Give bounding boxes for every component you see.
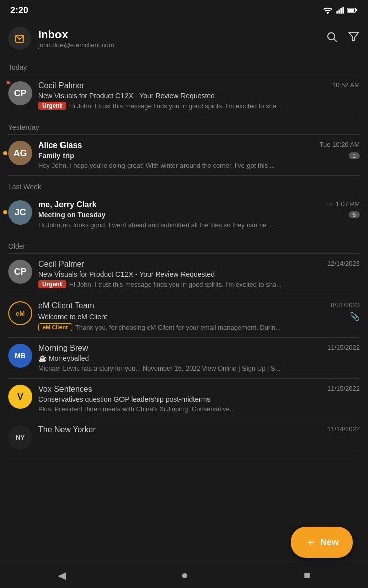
email-content: Vox Sentences11/15/2022Conservatives que…	[38, 385, 360, 413]
avatar: NY	[8, 425, 32, 450]
status-icons	[323, 6, 358, 14]
email-subject-row: Meeting on Tuesday5	[38, 211, 360, 219]
new-email-fab[interactable]: ＋ New	[291, 527, 353, 558]
battery-icon	[347, 7, 358, 14]
svg-rect-3	[340, 8, 342, 14]
email-top-row: Vox Sentences11/15/2022	[38, 385, 360, 394]
email-subject: New Visuals for Product C12X - Your Revi…	[38, 270, 215, 278]
avatar: AG	[8, 141, 32, 165]
email-time: Tue 10:20 AM	[320, 141, 360, 149]
email-top-row: Cecil Palmer12/14/2023	[38, 260, 360, 269]
email-subject-row: Family trip2	[38, 152, 360, 160]
section-label: Older	[0, 235, 368, 253]
email-sender: The New Yorker	[38, 425, 96, 434]
section-older: Older	[0, 235, 368, 254]
email-preview: Hi John, I trust this message finds you …	[69, 102, 282, 110]
email-time: 12/14/2023	[327, 260, 360, 267]
flag-icon: ⚑	[5, 79, 12, 87]
email-preview-row: Hi John,no, looks good, I went ahead and…	[38, 221, 360, 229]
email-item[interactable]: AGAlice GlassTue 10:20 AMFamily trip2Hey…	[0, 135, 368, 175]
attachment-icon: 📎	[350, 312, 360, 321]
svg-rect-8	[12, 31, 27, 46]
email-top-row: eM Client Team8/31/2023	[38, 301, 360, 310]
email-list: Today⚑CPCecil Palmer10:52 AMNew Visuals …	[0, 56, 368, 456]
svg-marker-12	[349, 33, 358, 41]
email-content: Morning Brew11/15/2022☕ MoneyballedMicha…	[38, 344, 360, 372]
email-item[interactable]: NYThe New Yorker11/14/2022	[0, 419, 368, 456]
avatar: V	[8, 385, 32, 409]
header-text: Inbox john.doe@e.emclient.com	[38, 28, 319, 49]
email-item[interactable]: CPCecil Palmer12/14/2023New Visuals for …	[0, 254, 368, 295]
email-preview: Hey John, I hope you're doing great! Wit…	[38, 162, 275, 169]
email-sender: Cecil Palmer	[38, 260, 84, 269]
signal-icon	[336, 6, 344, 14]
email-top-row: Cecil Palmer10:52 AM	[38, 81, 360, 90]
svg-line-11	[334, 39, 337, 42]
avatar: eM	[8, 301, 32, 325]
email-preview: Hi John,no, looks good, I went ahead and…	[38, 221, 274, 229]
email-sender: Morning Brew	[38, 344, 88, 353]
app-header: Inbox john.doe@e.emclient.com	[0, 20, 368, 56]
email-sender: Cecil Palmer	[38, 81, 84, 90]
email-time: Fri 1:07 PM	[326, 200, 360, 208]
email-preview: Thank you, for choosing eM Client for yo…	[75, 324, 281, 331]
email-item[interactable]: MBMorning Brew11/15/2022☕ MoneyballedMic…	[0, 338, 368, 378]
inbox-title: Inbox	[38, 28, 319, 41]
email-time: 11/15/2022	[327, 385, 360, 392]
bottom-nav: ◀ ● ■	[0, 562, 368, 588]
email-content: Alice GlassTue 10:20 AMFamily trip2Hey J…	[38, 141, 360, 169]
email-content: me, Jerry ClarkFri 1:07 PMMeeting on Tue…	[38, 200, 360, 229]
svg-point-0	[327, 13, 329, 14]
back-button[interactable]: ◀	[58, 569, 66, 581]
email-subject-row: New Visuals for Product C12X - Your Revi…	[38, 92, 360, 100]
email-content: Cecil Palmer12/14/2023New Visuals for Pr…	[38, 260, 360, 288]
email-sender: me, Jerry Clark	[38, 200, 97, 209]
section-label: Last Week	[0, 176, 368, 194]
email-item[interactable]: eMeM Client Team8/31/2023Welcome to eM C…	[0, 295, 368, 337]
search-button[interactable]	[326, 31, 338, 46]
email-time: 10:52 AM	[332, 81, 360, 89]
email-preview: Michael Lewis has a story for you... Nov…	[38, 364, 281, 372]
avatar: CP	[8, 260, 32, 284]
email-item[interactable]: VVox Sentences11/15/2022Conservatives qu…	[0, 379, 368, 419]
svg-rect-7	[356, 9, 358, 11]
section-today: Today	[0, 56, 368, 75]
status-time: 2:20	[10, 5, 28, 16]
email-time: 11/14/2022	[327, 425, 360, 433]
recents-button[interactable]: ■	[304, 569, 310, 581]
email-subject-row: Welcome to eM Client📎	[38, 312, 360, 321]
email-subject-row: Conservatives question GOP leadership po…	[38, 395, 360, 403]
email-sender: Alice Glass	[38, 141, 82, 150]
avatar: ⚑CP	[8, 81, 32, 105]
inbox-logo-icon	[12, 31, 27, 46]
email-top-row: Morning Brew11/15/2022	[38, 344, 360, 353]
app-logo	[8, 27, 31, 50]
email-content: The New Yorker11/14/2022	[38, 425, 360, 450]
section-label: Today	[0, 56, 368, 75]
svg-rect-1	[336, 11, 338, 13]
email-sender: eM Client Team	[38, 301, 94, 310]
email-time: 8/31/2023	[331, 301, 360, 309]
email-subject: Conservatives question GOP leadership po…	[38, 395, 210, 403]
email-count-badge: 2	[349, 152, 360, 159]
email-preview-row: Hey John, I hope you're doing great! Wit…	[38, 162, 360, 169]
svg-rect-2	[338, 10, 340, 14]
svg-rect-4	[342, 7, 344, 13]
email-preview: Hi John, I trust this message finds you …	[69, 281, 282, 288]
svg-rect-6	[348, 9, 354, 12]
email-count-badge: 5	[349, 211, 360, 218]
filter-button[interactable]	[348, 31, 360, 46]
email-subject: Meeting on Tuesday	[38, 211, 106, 219]
email-content: Cecil Palmer10:52 AMNew Visuals for Prod…	[38, 81, 360, 110]
email-tag: Urgent	[38, 102, 66, 110]
email-tag: Urgent	[38, 280, 66, 288]
email-item[interactable]: JCme, Jerry ClarkFri 1:07 PMMeeting on T…	[0, 194, 368, 235]
email-preview-row: UrgentHi John, I trust this message find…	[38, 102, 360, 110]
email-top-row: The New Yorker11/14/2022	[38, 425, 360, 434]
email-preview-row: UrgentHi John, I trust this message find…	[38, 280, 360, 288]
inbox-subtitle: john.doe@e.emclient.com	[38, 41, 319, 49]
email-item[interactable]: ⚑CPCecil Palmer10:52 AMNew Visuals for P…	[0, 75, 368, 116]
wifi-icon	[323, 6, 333, 14]
unread-dot	[3, 210, 7, 214]
home-button[interactable]: ●	[181, 569, 188, 582]
